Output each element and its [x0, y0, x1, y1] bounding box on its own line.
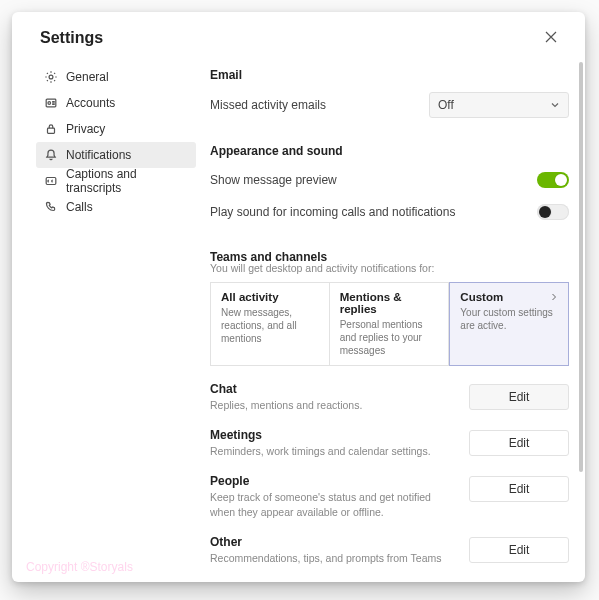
people-edit-button[interactable]: Edit	[469, 476, 569, 502]
window-title: Settings	[40, 29, 103, 47]
close-icon	[545, 29, 557, 47]
close-button[interactable]	[537, 24, 565, 52]
section-meetings: Meetings Reminders, work timings and cal…	[210, 428, 569, 458]
titlebar: Settings	[12, 12, 585, 58]
card-desc: Your custom settings are active.	[460, 306, 558, 332]
card-title: All activity	[221, 291, 279, 303]
sidebar-item-label: General	[66, 70, 109, 84]
card-title: Mentions & replies	[340, 291, 439, 315]
meetings-desc: Reminders, work timings and calendar set…	[210, 444, 455, 458]
other-heading: Other	[210, 535, 455, 549]
sidebar-item-privacy[interactable]: Privacy	[36, 116, 196, 142]
sidebar-item-label: Notifications	[66, 148, 131, 162]
sidebar-item-calls[interactable]: Calls	[36, 194, 196, 220]
teams-cards: All activity New messages, reactions, an…	[210, 282, 569, 366]
toggle-knob	[539, 206, 551, 218]
chevron-right-icon	[550, 291, 558, 303]
svg-point-0	[49, 75, 53, 79]
sidebar-item-captions[interactable]: Captions and transcripts	[36, 168, 196, 194]
row-missed-activity: Missed activity emails Off	[210, 92, 569, 118]
section-people: People Keep track of someone's status an…	[210, 474, 569, 518]
section-chat: Chat Replies, mentions and reactions. Ed…	[210, 382, 569, 412]
people-heading: People	[210, 474, 455, 488]
dropdown-value: Off	[438, 98, 454, 112]
sidebar-item-label: Privacy	[66, 122, 105, 136]
sidebar-item-label: Captions and transcripts	[66, 167, 188, 195]
card-desc: New messages, reactions, and all mention…	[221, 306, 319, 345]
sidebar-item-notifications[interactable]: Notifications	[36, 142, 196, 168]
phone-icon	[44, 200, 58, 214]
card-custom[interactable]: Custom Your custom settings are active.	[449, 282, 569, 366]
settings-window: Settings General Accounts	[12, 12, 585, 582]
section-other: Other Recommendations, tips, and prompts…	[210, 535, 569, 565]
bell-icon	[44, 148, 58, 162]
teams-subtext: You will get desktop and activity notifi…	[210, 262, 569, 274]
chat-desc: Replies, mentions and reactions.	[210, 398, 455, 412]
row-message-preview: Show message preview	[210, 168, 569, 192]
sidebar: General Accounts Privacy Notifications	[36, 58, 196, 582]
card-title: Custom	[460, 291, 503, 303]
row-play-sound: Play sound for incoming calls and notifi…	[210, 200, 569, 224]
svg-rect-3	[48, 128, 55, 133]
content-wrap: Email Missed activity emails Off Appeara…	[196, 58, 585, 582]
chevron-down-icon	[550, 100, 560, 110]
card-all-activity[interactable]: All activity New messages, reactions, an…	[210, 282, 330, 366]
other-edit-button[interactable]: Edit	[469, 537, 569, 563]
play-sound-label: Play sound for incoming calls and notifi…	[210, 205, 455, 219]
accounts-icon	[44, 96, 58, 110]
card-mentions-replies[interactable]: Mentions & replies Personal mentions and…	[330, 282, 450, 366]
content: Email Missed activity emails Off Appeara…	[196, 58, 579, 582]
sidebar-item-label: Accounts	[66, 96, 115, 110]
sidebar-item-accounts[interactable]: Accounts	[36, 90, 196, 116]
meetings-edit-button[interactable]: Edit	[469, 430, 569, 456]
toggle-knob	[555, 174, 567, 186]
chat-edit-button[interactable]: Edit	[469, 384, 569, 410]
card-desc: Personal mentions and replies to your me…	[340, 318, 439, 357]
play-sound-toggle[interactable]	[537, 204, 569, 220]
body: General Accounts Privacy Notifications	[12, 58, 585, 582]
svg-point-2	[48, 102, 51, 105]
section-heading-email: Email	[210, 68, 569, 82]
captions-icon	[44, 174, 58, 188]
sidebar-item-general[interactable]: General	[36, 64, 196, 90]
section-heading-appearance: Appearance and sound	[210, 144, 569, 158]
missed-activity-dropdown[interactable]: Off	[429, 92, 569, 118]
chat-heading: Chat	[210, 382, 455, 396]
scrollbar-thumb[interactable]	[579, 62, 583, 472]
sidebar-item-label: Calls	[66, 200, 93, 214]
message-preview-label: Show message preview	[210, 173, 337, 187]
people-desc: Keep track of someone's status and get n…	[210, 490, 455, 518]
meetings-heading: Meetings	[210, 428, 455, 442]
gear-icon	[44, 70, 58, 84]
vertical-scrollbar[interactable]	[579, 58, 585, 582]
lock-icon	[44, 122, 58, 136]
other-desc: Recommendations, tips, and prompts from …	[210, 551, 455, 565]
missed-activity-label: Missed activity emails	[210, 98, 326, 112]
message-preview-toggle[interactable]	[537, 172, 569, 188]
